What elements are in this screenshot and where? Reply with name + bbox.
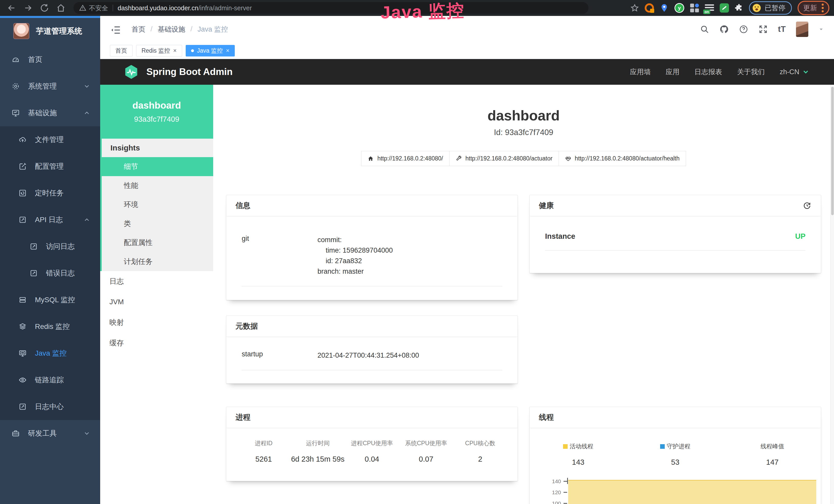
menu-item-metrics[interactable]: 性能 xyxy=(102,176,213,195)
menu-item-jvm[interactable]: JVM xyxy=(100,292,213,312)
breadcrumb: 首页 / 基础设施 / Java 监控 xyxy=(132,25,228,34)
menu-item-classes[interactable]: 类 xyxy=(102,214,213,233)
menu-item-caches[interactable]: 缓存 xyxy=(100,333,213,353)
sidebar-item-config-mgmt[interactable]: 配置管理 xyxy=(0,153,100,180)
daemon-threads-swatch xyxy=(660,444,665,449)
extensions-puzzle-icon[interactable] xyxy=(734,4,743,12)
menu-item-scheduled-tasks[interactable]: 计划任务 xyxy=(102,252,213,271)
edit-square-icon xyxy=(19,162,27,170)
close-icon[interactable]: × xyxy=(173,48,176,54)
sidebar-item-access-logs[interactable]: 访问日志 xyxy=(0,233,100,260)
sidebar-collapse-icon[interactable] xyxy=(110,25,121,34)
extension-icon-grid[interactable] xyxy=(690,3,699,13)
history-icon[interactable] xyxy=(803,201,812,210)
font-size-icon[interactable]: tT xyxy=(778,24,786,34)
git-id-line: id: 27aa832 xyxy=(317,256,393,266)
sidebar-item-infrastructure[interactable]: 基础设施 xyxy=(0,100,100,126)
vertical-scrollbar[interactable] xyxy=(830,85,834,504)
sidebar-item-api-logs[interactable]: API 日志 xyxy=(0,206,100,233)
home-icon xyxy=(368,156,374,162)
health-instance-row: Instance UP xyxy=(545,232,806,251)
extension-icon-y[interactable]: y xyxy=(675,3,684,13)
tab-home[interactable]: 首页 xyxy=(110,45,133,56)
page-title: dashboard xyxy=(213,107,834,124)
sidebar-item-home[interactable]: 首页 xyxy=(0,46,100,73)
gear-icon xyxy=(12,82,20,90)
browser-forward-button[interactable] xyxy=(23,3,33,13)
peak-threads-value: 147 xyxy=(766,458,778,466)
fullscreen-icon[interactable] xyxy=(759,25,768,34)
heart-pulse-icon xyxy=(565,156,571,162)
scrollbar-thumb[interactable] xyxy=(831,87,834,215)
live-threads-area xyxy=(568,480,816,504)
sidebar-item-mysql-monitor[interactable]: MySQL 监控 xyxy=(0,287,100,313)
sba-header: Spring Boot Admin 应用墙 应用 日志报表 关于我们 zh-CN xyxy=(100,59,834,85)
threads-area-chart: 140 120 100 xyxy=(530,478,821,504)
instance-id: 93a3fc7f7409 xyxy=(134,115,179,123)
sba-nav-about[interactable]: 关于我们 xyxy=(737,67,765,76)
metadata-key: startup xyxy=(242,350,317,361)
sba-nav-journal[interactable]: 日志报表 xyxy=(694,67,722,76)
browser-reload-button[interactable] xyxy=(40,3,49,13)
metadata-value: 2021-04-27T00:44:31.254+08:00 xyxy=(317,350,419,361)
browser-menu-icon[interactable] xyxy=(822,4,824,12)
page-subtitle: Id: 93a3fc7f7409 xyxy=(213,128,834,137)
ytick-100: 100 xyxy=(530,500,561,504)
address-bar[interactable]: 不安全 dashboard.yudao.iocoder.cn /infra/ad… xyxy=(73,2,589,14)
health-card: 健康 Instance UP xyxy=(529,195,821,273)
instance-header[interactable]: dashboard 93a3fc7f7409 xyxy=(100,85,213,139)
user-avatar[interactable] xyxy=(796,22,808,37)
sidebar-item-log-center[interactable]: 日志中心 xyxy=(0,393,100,420)
app-logo[interactable]: 芋道管理系统 xyxy=(0,16,100,46)
github-icon[interactable] xyxy=(720,25,729,34)
health-url-link[interactable]: http://192.168.0.2:48080/actuator/health xyxy=(559,151,686,166)
extension-icon-pin[interactable] xyxy=(660,3,669,13)
profile-paused-badge[interactable]: 已暂停 xyxy=(749,1,792,15)
sba-brand[interactable]: Spring Boot Admin xyxy=(147,67,233,77)
annotation-java-monitor: Java 监控 xyxy=(380,0,465,24)
bookmark-star-icon[interactable] xyxy=(630,4,639,12)
wrench-icon xyxy=(456,156,462,162)
sidebar-item-java-monitor[interactable]: Java 监控 xyxy=(0,340,100,367)
help-icon[interactable] xyxy=(739,25,748,34)
sba-nav-applications[interactable]: 应用 xyxy=(665,67,679,76)
actuator-url-link[interactable]: http://192.168.0.2:48080/actuator xyxy=(449,151,559,166)
search-icon[interactable] xyxy=(700,25,709,34)
sidebar-item-tracing[interactable]: 链路追踪 xyxy=(0,367,100,393)
ytick-120: 120 xyxy=(530,489,561,496)
breadcrumb-infrastructure[interactable]: 基础设施 xyxy=(158,25,185,34)
process-headers: 进程ID 运行时间 进程CPU使用率 系统CPU使用率 CPU核心数 xyxy=(237,439,507,447)
sidebar-item-scheduled-jobs[interactable]: 定时任务 xyxy=(0,180,100,206)
browser-update-button[interactable]: 更新 xyxy=(797,1,829,15)
extension-icon-green[interactable] xyxy=(720,3,729,13)
sidebar-item-dev-tools[interactable]: 研发工具 xyxy=(0,420,100,447)
sba-nav-wallboard[interactable]: 应用墙 xyxy=(630,67,651,76)
sba-locale-select[interactable]: zh-CN xyxy=(780,68,810,76)
sidebar-item-system-mgmt[interactable]: 系统管理 xyxy=(0,73,100,100)
menu-item-mappings[interactable]: 映射 xyxy=(100,312,213,333)
spring-boot-admin-logo-icon xyxy=(123,64,139,80)
extension-icon-tabs[interactable]: on xyxy=(705,3,714,13)
menu-item-environment[interactable]: 环境 xyxy=(102,195,213,214)
info-card: 信息 git commit: time: 1596289704000 id: 2 xyxy=(226,195,518,300)
process-values: 5261 6d 23h 15m 59s 0.04 0.07 2 xyxy=(237,447,507,463)
avatar-caret-icon[interactable] xyxy=(818,27,824,32)
live-threads-value: 143 xyxy=(572,458,584,466)
breadcrumb-home[interactable]: 首页 xyxy=(132,25,146,34)
sidebar-item-file-mgmt[interactable]: 文件管理 xyxy=(0,126,100,153)
tab-java-monitor[interactable]: Java 监控 × xyxy=(186,45,235,56)
sidebar-item-error-logs[interactable]: 错误日志 xyxy=(0,260,100,287)
extension-icon-orange[interactable] xyxy=(645,3,654,13)
browser-back-button[interactable] xyxy=(7,3,17,13)
browser-home-button[interactable] xyxy=(56,3,66,13)
chevron-down-icon xyxy=(83,430,90,437)
menu-item-logs[interactable]: 日志 xyxy=(100,271,213,292)
service-url-link[interactable]: http://192.168.0.2:48080/ xyxy=(361,151,449,166)
database-icon xyxy=(19,296,27,304)
daemon-threads-label: 守护进程 xyxy=(667,442,690,450)
close-icon[interactable]: × xyxy=(226,48,229,54)
tab-redis-monitor[interactable]: Redis 监控 × xyxy=(136,45,182,56)
menu-item-details[interactable]: 细节 xyxy=(100,157,213,176)
sidebar-item-redis-monitor[interactable]: Redis 监控 xyxy=(0,313,100,340)
menu-item-config-props[interactable]: 配置属性 xyxy=(102,233,213,252)
